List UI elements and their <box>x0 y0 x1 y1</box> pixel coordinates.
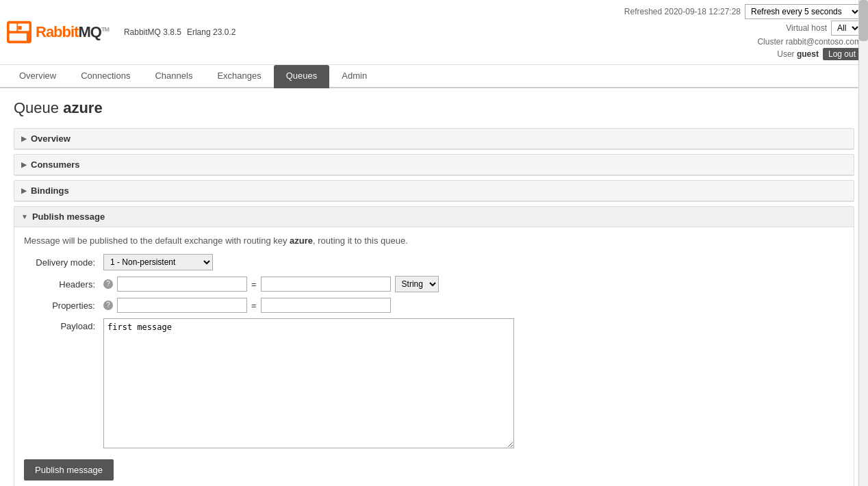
delivery-mode-select[interactable]: 1 - Non-persistent 2 - Persistent <box>103 254 213 270</box>
properties-label: Properties: <box>24 300 99 311</box>
logo-mq: MQ <box>78 23 101 40</box>
logo-text: RabbitMQTM <box>36 23 109 41</box>
publish-arrow-icon: ▼ <box>21 213 28 220</box>
logo-rabbit: Rabbit <box>36 23 78 40</box>
publish-info: Message will be published to the default… <box>24 235 844 246</box>
section-publish: ▼ Publish message Message will be publis… <box>14 206 854 486</box>
svg-rect-3 <box>10 34 27 41</box>
svg-rect-4 <box>18 26 21 29</box>
properties-row: Properties: ? = <box>24 298 844 313</box>
headers-help-icon[interactable]: ? <box>103 279 113 289</box>
user-label: User guest <box>777 49 819 59</box>
topbar-right: Refreshed 2020-09-18 12:27:28 Refresh ev… <box>624 4 861 60</box>
section-consumers-label: Consumers <box>31 159 80 170</box>
user-row: User guest Log out <box>777 48 861 60</box>
tab-channels[interactable]: Channels <box>142 65 205 88</box>
bindings-arrow-icon: ▶ <box>21 187 27 194</box>
refreshed-label: Refreshed 2020-09-18 12:27:28 <box>624 7 741 16</box>
navbar: Overview Connections Channels Exchanges … <box>0 65 868 88</box>
section-publish-body: Message will be published to the default… <box>14 227 854 486</box>
refresh-row: Refreshed 2020-09-18 12:27:28 Refresh ev… <box>624 4 861 19</box>
user-value: guest <box>797 49 819 59</box>
section-consumers-header[interactable]: ▶ Consumers <box>14 155 854 175</box>
svg-rect-1 <box>10 23 17 31</box>
tab-admin[interactable]: Admin <box>329 65 379 88</box>
cluster-value: rabbit@contoso.com <box>786 37 861 47</box>
rabbitmq-logo-icon <box>7 20 31 44</box>
cluster-row: Cluster rabbit@contoso.com <box>757 37 861 47</box>
properties-key-input[interactable] <box>117 298 247 313</box>
publish-message-button[interactable]: Publish message <box>24 459 114 481</box>
scroll-handle[interactable] <box>859 0 868 41</box>
headers-value-input[interactable] <box>261 277 391 292</box>
refresh-select[interactable]: Refresh every 5 seconds Refresh every 10… <box>745 4 861 19</box>
refreshed-time: 2020-09-18 12:27:28 <box>665 7 741 16</box>
section-publish-label: Publish message <box>32 212 105 222</box>
vhost-label: Virtual host <box>786 23 827 33</box>
section-overview: ▶ Overview <box>14 128 854 150</box>
rabbitmq-version: RabbitMQ 3.8.5 <box>124 27 181 37</box>
overview-arrow-icon: ▶ <box>21 135 27 142</box>
headers-label: Headers: <box>24 279 99 290</box>
headers-key-input[interactable] <box>117 277 247 292</box>
tab-overview[interactable]: Overview <box>7 65 68 88</box>
tab-exchanges[interactable]: Exchanges <box>205 65 273 88</box>
section-overview-label: Overview <box>31 133 71 144</box>
vhost-select[interactable]: All / <box>831 21 861 36</box>
headers-equals: = <box>251 279 257 290</box>
delivery-mode-label: Delivery mode: <box>24 257 99 268</box>
topbar: RabbitMQTM RabbitMQ 3.8.5 Erlang 23.0.2 … <box>0 0 868 65</box>
scrollbar[interactable] <box>858 0 868 486</box>
cluster-label: Cluster rabbit@contoso.com <box>757 37 861 47</box>
properties-help-icon[interactable]: ? <box>103 300 113 310</box>
main-content: Queue azure ▶ Overview ▶ Consumers ▶ Bin… <box>0 88 868 486</box>
version-info: RabbitMQ 3.8.5 Erlang 23.0.2 <box>124 27 235 37</box>
queue-name: azure <box>63 99 102 116</box>
section-overview-header[interactable]: ▶ Overview <box>14 129 854 149</box>
properties-value-input[interactable] <box>261 298 391 313</box>
erlang-version: Erlang 23.0.2 <box>187 27 235 37</box>
page-title: Queue azure <box>14 99 854 117</box>
section-consumers: ▶ Consumers <box>14 154 854 176</box>
headers-type-select[interactable]: String Bytes <box>395 276 439 292</box>
section-bindings-header[interactable]: ▶ Bindings <box>14 181 854 201</box>
vhost-row: Virtual host All / <box>786 21 861 36</box>
tab-connections[interactable]: Connections <box>68 65 142 88</box>
headers-row: Headers: ? = String Bytes <box>24 276 844 292</box>
payload-row: Payload: first message <box>24 318 844 448</box>
payload-label: Payload: <box>24 318 99 331</box>
section-bindings-label: Bindings <box>31 186 69 196</box>
logout-button[interactable]: Log out <box>823 48 861 60</box>
routing-key: azure <box>290 235 313 246</box>
payload-textarea[interactable]: first message <box>103 318 514 448</box>
logo-tm: TM <box>101 26 109 33</box>
consumers-arrow-icon: ▶ <box>21 161 27 168</box>
logo-area: RabbitMQTM RabbitMQ 3.8.5 Erlang 23.0.2 <box>7 20 235 44</box>
delivery-mode-row: Delivery mode: 1 - Non-persistent 2 - Pe… <box>24 254 844 270</box>
section-publish-header[interactable]: ▼ Publish message <box>14 207 854 227</box>
section-bindings: ▶ Bindings <box>14 180 854 202</box>
tab-queues[interactable]: Queues <box>274 65 330 88</box>
properties-equals: = <box>251 300 257 311</box>
